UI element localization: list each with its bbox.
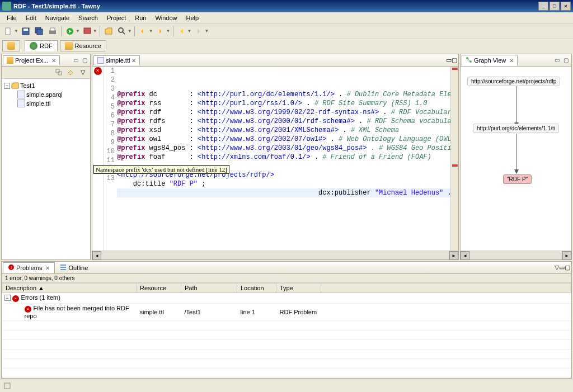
menu-navigate[interactable]: Navigate [41, 13, 74, 22]
run-dropdown[interactable]: ▼ [76, 29, 80, 34]
maximize-view-button[interactable]: ▢ [565, 264, 570, 271]
forward-dropdown[interactable]: ▼ [204, 29, 209, 34]
perspective-resource[interactable]: Resource [60, 40, 106, 51]
external-tools-button[interactable] [81, 25, 93, 37]
save-button[interactable] [20, 25, 32, 37]
code-content[interactable]: @prefix dc : <http://purl.org/dc/element… [117, 67, 450, 251]
bottom-panel: ! Problems ✕ Outline ▽ ▭ ▢ 1 error, 0 wa… [1, 261, 572, 379]
separator [134, 26, 135, 36]
maximize-view-button[interactable]: ▢ [561, 56, 570, 65]
scroll-right-button[interactable]: ► [449, 251, 458, 260]
menu-run[interactable]: Run [130, 13, 151, 22]
new-button[interactable] [2, 25, 15, 37]
col-description[interactable]: Description ▲ [2, 284, 137, 293]
scroll-track[interactable] [101, 251, 449, 259]
horizontal-scrollbar[interactable]: ◄ ► [461, 251, 571, 259]
col-type[interactable]: Type [276, 284, 321, 293]
open-perspective-button[interactable] [2, 40, 20, 51]
project-name: Test1 [20, 82, 35, 89]
new-dropdown[interactable]: ▼ [14, 29, 18, 34]
minimize-editor-button[interactable]: ▭ [446, 56, 452, 64]
minimize-view-button[interactable]: ▭ [71, 56, 80, 65]
scroll-left-button[interactable]: ◄ [461, 251, 469, 260]
print-button[interactable] [46, 25, 59, 37]
error-group-row[interactable]: − ×Errors (1 item) [2, 293, 571, 304]
maximize-view-button[interactable]: ▢ [80, 56, 89, 65]
view-menu-button[interactable]: ▽ [555, 264, 559, 271]
graph-edge-predicate[interactable]: http://purl.org/dc/elements/1.1/ti [473, 124, 559, 133]
project-tree[interactable]: − Test1 simple.sparql simple.ttl [2, 79, 90, 259]
menu-help[interactable]: Help [182, 13, 204, 22]
link-editor-button[interactable] [65, 68, 76, 78]
file-node-sparql[interactable]: simple.sparql [4, 90, 88, 99]
error-marker-icon[interactable]: × [94, 67, 102, 75]
problems-tab[interactable]: ! Problems ✕ [3, 262, 55, 273]
error-tooltip: Namespace prefix 'dcx' used but not defi… [117, 165, 229, 174]
graph-node-object[interactable]: "RDF P" [503, 174, 532, 184]
scroll-right-button[interactable]: ► [562, 251, 571, 260]
forward-button[interactable] [192, 25, 205, 37]
project-explorer-tab[interactable]: Project Ex... ✕ [3, 55, 60, 65]
scroll-left-button[interactable]: ◄ [92, 251, 101, 260]
col-resource[interactable]: Resource [137, 284, 181, 293]
close-view-icon[interactable]: ✕ [50, 58, 56, 64]
close-tab-icon[interactable]: ✕ [131, 58, 136, 64]
scroll-track[interactable] [469, 251, 562, 259]
external-tools-dropdown[interactable]: ▼ [93, 29, 97, 34]
col-path[interactable]: Path [181, 284, 237, 293]
problems-table[interactable]: Description ▲ Resource Path Location Typ… [2, 283, 571, 378]
collapse-all-button[interactable] [54, 68, 64, 78]
maximize-button[interactable]: □ [549, 2, 560, 11]
prev-annotation-button[interactable] [137, 25, 149, 37]
svg-rect-27 [60, 265, 66, 266]
run-button[interactable] [64, 25, 76, 37]
graph-view-tab[interactable]: Graph View ✕ [462, 55, 518, 66]
code-editor[interactable]: ×× 12345678910111213 @prefix dc : <http:… [92, 67, 458, 251]
overview-ruler[interactable] [450, 67, 458, 251]
svg-marker-14 [180, 29, 183, 34]
graph-canvas[interactable]: http://sourceforge.net/projects/rdfp htt… [461, 67, 571, 251]
close-button[interactable]: × [561, 2, 571, 11]
project-node[interactable]: − Test1 [4, 81, 88, 90]
window-title: RDF - Test1/simple.ttl - Tawny [13, 3, 538, 10]
close-view-icon[interactable]: ✕ [508, 58, 514, 64]
error-marker[interactable] [452, 68, 458, 70]
problem-row[interactable]: ×File has not been merged into RDF repo … [2, 304, 571, 321]
svg-rect-4 [37, 29, 43, 35]
file-icon [17, 91, 25, 98]
back-dropdown[interactable]: ▼ [187, 29, 192, 34]
search-button[interactable] [116, 25, 128, 37]
view-menu-button[interactable]: ▽ [78, 68, 88, 78]
minimize-view-button[interactable]: ▭ [559, 264, 565, 271]
menu-project[interactable]: Project [102, 13, 130, 22]
file-node-ttl[interactable]: simple.ttl [4, 99, 88, 108]
back-button[interactable] [176, 25, 188, 37]
perspective-rdf[interactable]: RDF [25, 40, 58, 51]
graph-node-subject[interactable]: http://sourceforge.net/projects/rdfp [467, 77, 560, 86]
outline-tab[interactable]: Outline [55, 262, 93, 273]
maximize-editor-button[interactable]: ▢ [452, 56, 457, 64]
next-dropdown[interactable]: ▼ [166, 29, 171, 34]
error-marker[interactable] [452, 164, 458, 167]
col-location[interactable]: Location [237, 284, 276, 293]
save-all-button[interactable] [33, 25, 45, 37]
open-type-button[interactable] [102, 25, 115, 37]
file-icon [17, 100, 25, 107]
folder-icon [7, 57, 13, 64]
close-tab-icon[interactable]: ✕ [44, 265, 50, 271]
collapse-icon[interactable]: − [4, 295, 11, 301]
minimize-button[interactable]: _ [538, 2, 548, 11]
next-annotation-button[interactable] [154, 25, 167, 37]
horizontal-scrollbar[interactable]: ◄ ► [92, 251, 458, 259]
project-explorer-toolbar: ▽ [2, 67, 90, 79]
menu-search[interactable]: Search [74, 13, 102, 22]
menu-window[interactable]: Window [151, 13, 181, 22]
minimize-view-button[interactable]: ▭ [552, 56, 561, 65]
editor-tab-simple-ttl[interactable]: simple.ttl ✕ [93, 55, 140, 65]
menu-edit[interactable]: Edit [21, 13, 41, 22]
collapse-icon[interactable]: − [4, 83, 10, 89]
prev-dropdown[interactable]: ▼ [149, 29, 153, 34]
search-dropdown[interactable]: ▼ [128, 29, 132, 34]
menu-file[interactable]: File [2, 13, 21, 22]
svg-marker-15 [198, 29, 200, 34]
